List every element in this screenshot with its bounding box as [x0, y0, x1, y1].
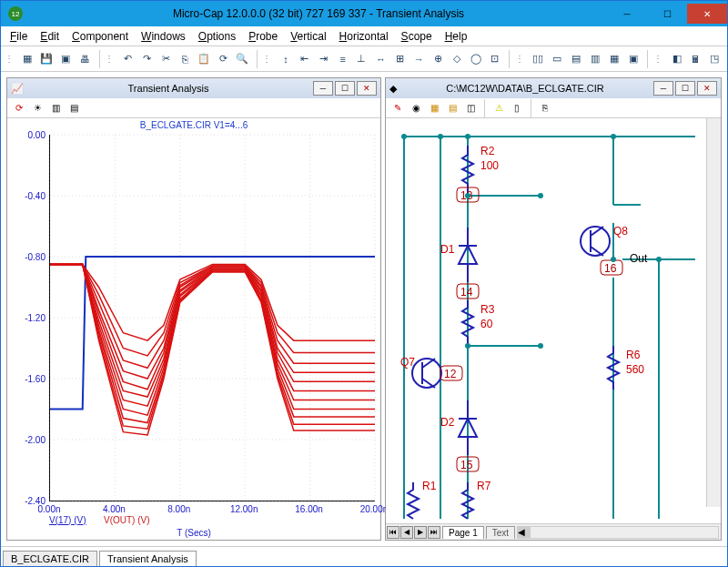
circuit-canvas[interactable]: R2 100 13 D1 14 R3 60 [386, 118, 721, 523]
toolbar-button[interactable]: ◉ [408, 100, 424, 116]
chart-title: B_ECLGATE.CIR V1=4...6 [7, 118, 380, 132]
child-title-bar[interactable]: 📈 Transient Analysis ─ ☐ ✕ [7, 78, 380, 98]
vertical-scrollbar[interactable] [706, 118, 721, 507]
nav-first-button[interactable]: ⏮ [387, 526, 399, 539]
toolbar-button[interactable]: ⟳ [215, 49, 232, 69]
child-toolbar: ✎ ◉ ▦ ▤ ◫ ⚠ ▯ ⎘ [386, 98, 721, 118]
cut-button[interactable]: ✂ [157, 49, 175, 69]
toolbar-grip-icon: ⋮ [5, 54, 14, 64]
toolbar-button[interactable]: ☀ [29, 100, 46, 116]
menu-file[interactable]: File [5, 28, 33, 45]
toolbar-button[interactable]: ⇥ [315, 49, 332, 69]
child-minimize-button[interactable]: ─ [313, 81, 333, 96]
calculator-button[interactable]: 🖩 [687, 49, 704, 69]
child-maximize-button[interactable]: ☐ [675, 81, 695, 96]
menu-windows[interactable]: Windows [136, 28, 191, 45]
toolbar-button[interactable]: ◫ [462, 100, 479, 116]
label-R2: R2 [480, 145, 495, 157]
find-button[interactable]: 🔍 [234, 49, 251, 69]
toolbar-button[interactable]: ↕ [277, 49, 294, 69]
menu-options[interactable]: Options [193, 28, 241, 45]
legend-vout[interactable]: V(OUT) (V) [104, 515, 150, 525]
toolbar-button[interactable]: ▥ [587, 49, 604, 69]
main-toolbar: ⋮ ▦ 💾 ▣ 🖶 ⋮ ↶ ↷ ✂ ⎘ 📋 ⟳ 🔍 ⋮ ↕ ⇤ ⇥ ≡ ⊥ ↔ … [1, 46, 727, 72]
child-close-button[interactable]: ✕ [697, 81, 717, 96]
toolbar-button[interactable]: ⊞ [391, 49, 409, 69]
warning-button[interactable]: ⚠ [490, 100, 507, 116]
toolbar-button[interactable]: ⎘ [537, 100, 553, 116]
svg-point-22 [465, 134, 470, 139]
toolbar-button[interactable]: ⊥ [353, 49, 370, 69]
list-button[interactable]: ▤ [444, 100, 460, 116]
status-tab-circuit[interactable]: B_ECLGATE.CIR [3, 551, 97, 566]
toolbar-button[interactable]: ▣ [57, 49, 75, 69]
maximize-button[interactable]: ☐ [647, 4, 687, 24]
menu-horizontal[interactable]: Horizontal [334, 28, 394, 45]
y-tick-label: 0.00 [9, 130, 46, 140]
toolbar-button[interactable]: ◇ [449, 49, 466, 69]
toolbar-button[interactable]: ▯▯ [530, 49, 547, 69]
redo-button[interactable]: ↷ [138, 49, 156, 69]
toolbar-button[interactable]: ▦ [606, 49, 623, 69]
undo-button[interactable]: ↶ [119, 49, 136, 69]
main-window: 12 Micro-Cap 12.0.0.0 (32 bit) 727 169 3… [0, 0, 728, 567]
toolbar-button[interactable]: ↔ [372, 49, 389, 69]
chart-icon: 📈 [11, 83, 24, 95]
menu-scope[interactable]: Scope [396, 28, 438, 45]
minimize-button[interactable]: ─ [607, 4, 647, 24]
toolbar-button[interactable]: ◯ [467, 49, 484, 69]
toolbar-button[interactable]: ◧ [668, 49, 685, 69]
copy-button[interactable]: ⎘ [177, 49, 194, 69]
print-button[interactable]: 🖶 [76, 49, 94, 69]
tab-page1[interactable]: Page 1 [442, 526, 484, 539]
child-toolbar: ⟳ ☀ ▥ ▤ [7, 98, 380, 118]
toolbar-button[interactable]: → [410, 49, 428, 69]
save-button[interactable]: 💾 [38, 49, 56, 69]
child-close-button[interactable]: ✕ [357, 81, 377, 96]
paste-button[interactable]: 📋 [196, 49, 213, 69]
nav-last-button[interactable]: ⏭ [428, 526, 440, 539]
toolbar-grip-icon: ⋮ [515, 54, 524, 64]
toolbar-button[interactable]: ▯ [509, 100, 525, 116]
toolbar-button[interactable]: ⇤ [296, 49, 313, 69]
chart-area[interactable]: B_ECLGATE.CIR V1=4...6 V(17) (V) V(OUT) … [7, 118, 380, 540]
separator-icon [647, 50, 648, 68]
menu-edit[interactable]: Edit [35, 28, 65, 45]
close-button[interactable]: ✕ [687, 4, 727, 24]
toolbar-button[interactable]: ⊡ [486, 49, 503, 69]
menu-vertical[interactable]: Vertical [285, 28, 331, 45]
transient-analysis-window: 📈 Transient Analysis ─ ☐ ✕ ⟳ ☀ ▥ ▤ B_ECL… [6, 77, 381, 541]
label-R2v: 100 [480, 159, 499, 172]
refresh-button[interactable]: ⟳ [11, 100, 27, 116]
child-maximize-button[interactable]: ☐ [335, 81, 355, 96]
menu-probe[interactable]: Probe [243, 28, 283, 45]
x-tick-label: 16.00n [295, 504, 323, 514]
child-minimize-button[interactable]: ─ [653, 81, 673, 96]
toolbar-button[interactable]: ▭ [549, 49, 566, 69]
nav-prev-button[interactable]: ◀ [400, 526, 413, 539]
menu-help[interactable]: Help [440, 28, 473, 45]
toolbar-button[interactable]: ▥ [47, 100, 64, 116]
toolbar-button[interactable]: ◳ [706, 49, 723, 69]
toolbar-button[interactable]: ▦ [19, 49, 36, 69]
toolbar-button[interactable]: ▤ [66, 100, 82, 116]
toolbar-button[interactable]: ⊕ [430, 49, 447, 69]
toolbar-button[interactable]: ▤ [568, 49, 585, 69]
status-tab-transient[interactable]: Transient Analysis [99, 551, 197, 566]
horizontal-scrollbar[interactable]: ◀ [517, 526, 719, 539]
grid-button[interactable]: ▦ [426, 100, 442, 116]
nav-next-button[interactable]: ▶ [414, 526, 427, 539]
child-title-bar[interactable]: ◆ C:\MC12W\DATA\B_ECLGATE.CIR ─ ☐ ✕ [386, 78, 721, 98]
tab-text[interactable]: Text [486, 526, 515, 539]
separator-icon [257, 50, 258, 68]
menu-component[interactable]: Component [66, 28, 134, 45]
probe-button[interactable]: ✎ [389, 100, 406, 116]
plot-surface[interactable] [49, 135, 375, 501]
toolbar-button[interactable]: ≡ [334, 49, 351, 69]
legend-v17[interactable]: V(17) (V) [49, 515, 86, 525]
svg-point-18 [581, 227, 610, 256]
toolbar-button[interactable]: ▣ [624, 49, 642, 69]
node-14: 14 [460, 286, 473, 299]
title-bar[interactable]: 12 Micro-Cap 12.0.0.0 (32 bit) 727 169 3… [1, 1, 727, 26]
node-12: 12 [444, 368, 457, 380]
